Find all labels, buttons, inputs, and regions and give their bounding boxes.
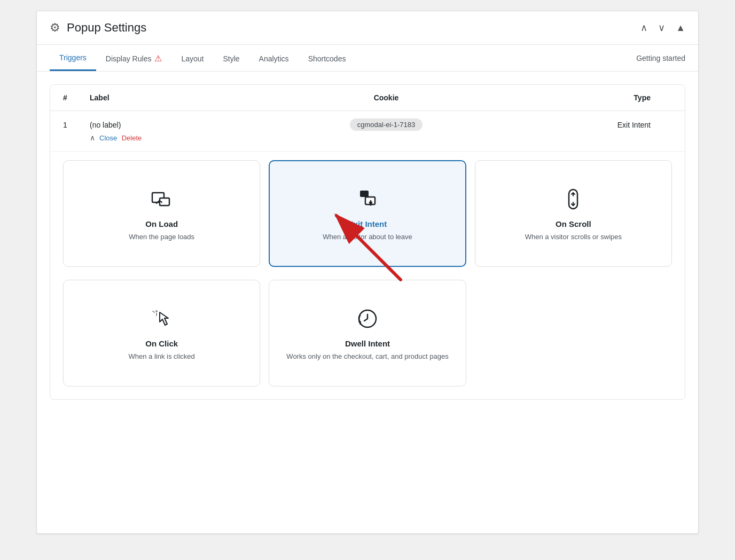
card-on-load-desc: When the page loads (129, 232, 194, 242)
tab-display-rules[interactable]: Display Rules ⚠ (96, 45, 172, 71)
close-action-link[interactable]: Close (99, 134, 117, 142)
card-exit-intent-title: Exit Intent (348, 219, 387, 228)
header-left: ⚙ Popup Settings (50, 21, 146, 35)
card-dwell-intent-title: Dwell Intent (345, 339, 390, 348)
col-type-header: Type (565, 93, 672, 102)
table-header: # Label Cookie Type (50, 85, 685, 111)
row-main: 1 (no label) cgmodal-ei-1-7183 Exit Inte… (63, 119, 672, 131)
card-on-scroll-desc: When a visitor scrolls or swipes (525, 232, 622, 242)
warning-icon: ⚠ (154, 53, 162, 64)
tabs-bar: Triggers Display Rules ⚠ Layout Style An… (37, 45, 698, 72)
card-on-load-title: On Load (145, 219, 178, 228)
card-dwell-intent[interactable]: Dwell Intent Works only on the checkout,… (269, 280, 466, 387)
tab-analytics-label: Analytics (259, 54, 289, 63)
row-number: 1 (63, 121, 90, 129)
row-actions: ∧ Close Delete (63, 131, 672, 147)
col-cookie-header: Cookie (207, 93, 565, 102)
row-label-text: (no label) (90, 121, 121, 129)
tab-shortcodes[interactable]: Shortcodes (299, 45, 356, 71)
main-content: # Label Cookie Type 1 (no label) cgmodal… (37, 72, 698, 413)
delete-action-link[interactable]: Delete (122, 134, 142, 142)
svg-point-6 (155, 310, 158, 312)
exit-intent-icon (356, 185, 379, 213)
on-click-icon (150, 305, 174, 333)
page-container: ⚙ Popup Settings ∧ ∨ ▲ Triggers Display … (36, 11, 699, 534)
header-controls: ∧ ∨ ▲ (640, 22, 685, 34)
card-on-click-title: On Click (145, 339, 178, 348)
cards-grid-row1: On Load When the page loads (50, 152, 685, 280)
svg-rect-2 (360, 191, 369, 197)
card-exit-intent[interactable]: Exit Intent When a visitor about to leav… (269, 160, 466, 267)
row-label-area: (no label) (90, 120, 207, 130)
gear-icon: ⚙ (50, 21, 60, 35)
tabs-left: Triggers Display Rules ⚠ Layout Style An… (50, 45, 355, 71)
card-on-click[interactable]: On Click When a link is clicked (63, 280, 260, 387)
getting-started-link[interactable]: Getting started (636, 54, 685, 62)
header: ⚙ Popup Settings ∧ ∨ ▲ (37, 11, 698, 45)
table-row: 1 (no label) cgmodal-ei-1-7183 Exit Inte… (50, 111, 685, 152)
on-scroll-icon (561, 185, 585, 213)
tab-style[interactable]: Style (213, 45, 249, 71)
cards-grid-row2: On Click When a link is clicked Dwell In… (50, 280, 685, 399)
tab-triggers-label: Triggers (59, 53, 87, 62)
tab-triggers[interactable]: Triggers (50, 45, 96, 71)
on-load-icon (150, 185, 174, 213)
tab-layout-label: Layout (181, 54, 204, 63)
card-on-scroll-title: On Scroll (556, 219, 591, 228)
tab-display-rules-label: Display Rules (106, 54, 152, 63)
tab-shortcodes-label: Shortcodes (308, 54, 346, 63)
chevron-up-icon[interactable]: ∧ (90, 133, 95, 142)
dwell-intent-icon (356, 305, 379, 333)
trigger-table: # Label Cookie Type 1 (no label) cgmodal… (50, 84, 685, 400)
page-title: Popup Settings (67, 21, 146, 35)
expand-button[interactable]: ▲ (676, 22, 685, 34)
svg-line-8 (153, 311, 154, 312)
card-on-load[interactable]: On Load When the page loads (63, 160, 260, 267)
card-dwell-intent-desc: Works only on the checkout, cart, and pr… (286, 351, 448, 362)
row-type-area: Exit Intent (565, 121, 672, 129)
tab-layout[interactable]: Layout (171, 45, 213, 71)
card-exit-intent-desc: When a visitor about to leave (323, 232, 412, 242)
col-label-header: Label (90, 93, 207, 102)
col-hash-header: # (63, 93, 90, 102)
card-on-click-desc: When a link is clicked (129, 351, 195, 362)
tab-style-label: Style (223, 54, 239, 63)
collapse-down-button[interactable]: ∨ (658, 22, 665, 34)
tab-analytics[interactable]: Analytics (249, 45, 299, 71)
cookie-badge: cgmodal-ei-1-7183 (350, 119, 423, 131)
collapse-up-button[interactable]: ∧ (640, 22, 647, 34)
card-on-scroll[interactable]: On Scroll When a visitor scrolls or swip… (475, 160, 672, 267)
row-cookie-area: cgmodal-ei-1-7183 (207, 119, 565, 131)
